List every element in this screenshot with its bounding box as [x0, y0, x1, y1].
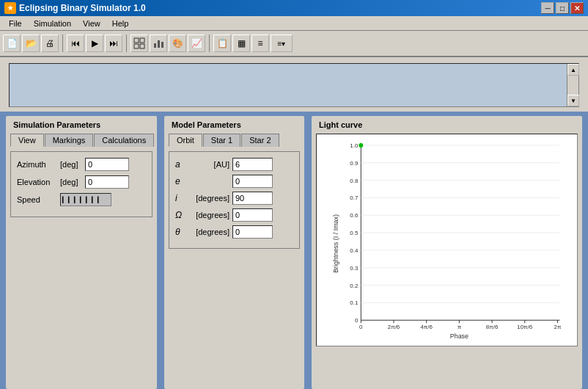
- y-tick-01: 0.1: [350, 299, 359, 306]
- speed-slider[interactable]: ▎▎▎▎▎▎▎: [60, 193, 111, 206]
- tab-calculations[interactable]: Calculations: [94, 134, 154, 147]
- i-row: i [degrees]: [175, 192, 293, 205]
- toolbar-sep-2: [126, 34, 127, 52]
- omega-input[interactable]: [232, 208, 273, 222]
- y-tick-08: 0.8: [350, 178, 359, 184]
- sim-panel: Simulation Parameters View Markings Calc…: [4, 114, 158, 389]
- elevation-label: Elevation: [17, 178, 57, 186]
- menu-file[interactable]: File: [3, 18, 28, 29]
- y-tick-06: 0.6: [350, 212, 359, 219]
- menu-help[interactable]: Help: [106, 18, 135, 29]
- azimuth-unit: [deg]: [60, 160, 82, 169]
- i-unit: [degrees]: [189, 194, 229, 203]
- graph-button[interactable]: 📈: [188, 34, 205, 52]
- svg-rect-4: [154, 43, 156, 48]
- svg-rect-1: [140, 38, 144, 43]
- svg-rect-2: [134, 44, 139, 48]
- dropdown-button[interactable]: ≡▾: [271, 34, 293, 52]
- theta-input[interactable]: [232, 225, 273, 239]
- grid-icon: [133, 37, 145, 49]
- title-bar: ★ Eclipsing Binary Simulator 1.0 ─ □ ✕: [0, 0, 588, 16]
- window-controls: ─ □ ✕: [541, 2, 584, 14]
- y-tick-03: 0.3: [350, 265, 359, 272]
- tab-markings[interactable]: Markings: [45, 134, 94, 147]
- tab-star1[interactable]: Star 1: [203, 134, 240, 147]
- speed-track: ▎▎▎▎▎▎▎: [61, 194, 111, 206]
- minimize-button[interactable]: ─: [541, 2, 554, 14]
- speed-row: Speed ▎▎▎▎▎▎▎: [17, 193, 146, 206]
- main-content: Simulation Parameters View Markings Calc…: [0, 112, 588, 389]
- scroll-up[interactable]: ▲: [567, 64, 579, 76]
- x-tick-3: π: [457, 324, 462, 330]
- color-button[interactable]: 🎨: [169, 34, 186, 52]
- x-tick-6: 2π: [554, 324, 561, 330]
- y-tick-07: 0.7: [350, 194, 359, 201]
- svg-rect-5: [158, 40, 160, 48]
- y-axis-label: Brightness (I / Imax): [332, 214, 339, 273]
- close-button[interactable]: ✕: [570, 2, 584, 14]
- a-label: a: [175, 159, 186, 170]
- model-panel-title: Model Parameters: [169, 120, 300, 129]
- elevation-unit: [deg]: [60, 178, 82, 186]
- menu-view[interactable]: View: [77, 18, 106, 29]
- lines-button[interactable]: ▦: [232, 34, 250, 52]
- print-button[interactable]: 🖨: [41, 34, 59, 52]
- tab-orbit[interactable]: Orbit: [169, 134, 202, 147]
- new2-button[interactable]: 📋: [213, 34, 231, 52]
- open-button[interactable]: 📂: [22, 34, 40, 52]
- data-point: [359, 143, 363, 148]
- theta-label: θ: [175, 227, 186, 237]
- tab-star2[interactable]: Star 2: [241, 134, 279, 147]
- y-tick-10: 1.0: [350, 142, 359, 149]
- preview-container: ▲ ▼: [0, 57, 588, 112]
- speed-marks: ▎▎▎▎▎▎▎: [62, 197, 103, 203]
- y-tick-02: 0.2: [350, 283, 359, 289]
- sim-tabs: View Markings Calculations: [10, 134, 152, 147]
- window-title: Eclipsing Binary Simulator 1.0: [19, 3, 146, 13]
- x-tick-2: 4π/6: [420, 324, 433, 330]
- svg-rect-0: [134, 38, 139, 43]
- omega-row: Ω [degrees]: [175, 208, 293, 222]
- y-tick-09: 0.9: [350, 160, 359, 167]
- forward-button[interactable]: ⏭: [105, 34, 122, 52]
- play-button[interactable]: ▶: [86, 34, 103, 52]
- x-axis-label: Phase: [450, 332, 468, 340]
- toolbar-sep-3: [209, 34, 210, 52]
- sim-tab-content: Azimuth [deg] Elevation [deg] Speed ▎▎▎▎…: [10, 151, 152, 217]
- x-tick-4: 8π/6: [486, 324, 499, 330]
- toolbar-sep-1: [62, 34, 63, 52]
- theta-row: θ [degrees]: [175, 225, 293, 239]
- i-input[interactable]: [232, 192, 273, 205]
- x-tick-1: 2π/6: [388, 324, 400, 330]
- x-tick-0: 0: [359, 324, 363, 330]
- azimuth-input[interactable]: [85, 158, 129, 171]
- rewind-button[interactable]: ⏮: [67, 34, 84, 52]
- elevation-input[interactable]: [85, 175, 129, 189]
- lines2-button[interactable]: ≡: [251, 34, 269, 52]
- light-curve-title: Light curve: [316, 120, 578, 129]
- omega-unit: [degrees]: [189, 211, 229, 219]
- sim-panel-title: Simulation Parameters: [10, 120, 152, 129]
- azimuth-label: Azimuth: [17, 160, 57, 169]
- azimuth-row: Azimuth [deg]: [17, 158, 146, 171]
- y-tick-0: 0: [355, 317, 359, 324]
- light-panel: Light curve Brightness (I / Imax) 0 0.1 …: [310, 114, 584, 389]
- maximize-button[interactable]: □: [556, 2, 569, 14]
- y-tick-05: 0.5: [350, 230, 359, 236]
- menu-simulation[interactable]: Simulation: [28, 18, 77, 29]
- a-unit: [AU]: [189, 160, 229, 169]
- settings-button[interactable]: [131, 34, 148, 52]
- new-button[interactable]: 📄: [3, 34, 21, 52]
- e-label: e: [175, 176, 186, 186]
- tab-view[interactable]: View: [10, 134, 44, 147]
- chart-button[interactable]: [150, 34, 167, 52]
- scroll-down[interactable]: ▼: [567, 95, 579, 106]
- a-input[interactable]: [232, 158, 273, 171]
- svg-rect-3: [140, 44, 144, 48]
- scroll-track: [567, 76, 578, 95]
- e-input[interactable]: [232, 175, 273, 188]
- theta-unit: [degrees]: [189, 228, 229, 236]
- omega-label: Ω: [175, 210, 186, 220]
- preview-scrollbar: ▲ ▼: [567, 64, 578, 106]
- x-tick-5: 10π/6: [517, 324, 533, 330]
